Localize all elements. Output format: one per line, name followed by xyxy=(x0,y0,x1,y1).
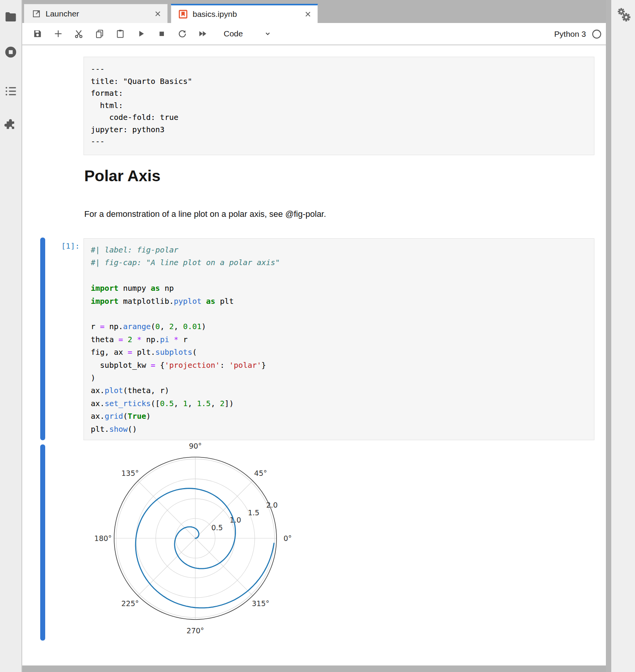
left-sidebar xyxy=(0,0,22,672)
gears-icon[interactable] xyxy=(614,7,633,27)
cell-type-dropdown[interactable]: Code xyxy=(224,29,272,38)
svg-text:270°: 270° xyxy=(187,626,204,635)
svg-text:225°: 225° xyxy=(121,599,139,608)
svg-text:2.0: 2.0 xyxy=(266,501,278,509)
kernel-indicator[interactable]: Python 3 xyxy=(554,23,602,45)
notebook-icon xyxy=(178,9,188,19)
output-cell-collapser[interactable] xyxy=(40,444,45,641)
raw-cell[interactable]: ---title: "Quarto Basics"format: html: c… xyxy=(83,57,594,155)
tab-launcher-label: Launcher xyxy=(46,9,151,18)
right-sidebar xyxy=(611,0,635,672)
cell-type-label: Code xyxy=(224,29,243,38)
svg-text:90°: 90° xyxy=(189,442,202,450)
svg-text:45°: 45° xyxy=(254,469,267,477)
polar-figure: 0°45°90°135°180°225°270°315°0.51.01.52.0 xyxy=(85,442,311,649)
kernel-status-idle-circle-icon xyxy=(591,29,602,39)
close-icon[interactable] xyxy=(304,10,312,18)
svg-text:315°: 315° xyxy=(252,599,270,608)
svg-text:0°: 0° xyxy=(283,534,292,543)
execution-count: [1]: xyxy=(56,241,80,251)
run-all-icon[interactable] xyxy=(198,29,208,39)
markdown-paragraph: For a demonstration of a line plot on a … xyxy=(84,209,326,219)
svg-text:1.0: 1.0 xyxy=(229,516,241,524)
window-right-border xyxy=(606,0,611,672)
notebook-content: ---title: "Quarto Basics"format: html: c… xyxy=(22,45,606,665)
tab-notebook[interactable]: basics.ipynb xyxy=(171,4,318,23)
svg-text:135°: 135° xyxy=(121,469,139,477)
paste-icon[interactable] xyxy=(115,29,125,39)
tab-launcher[interactable]: Launcher xyxy=(24,4,168,23)
notebook-toolbar: Code Python 3 xyxy=(22,23,606,45)
kernel-name: Python 3 xyxy=(554,30,586,39)
svg-text:0.5: 0.5 xyxy=(211,523,223,532)
save-icon[interactable] xyxy=(32,29,43,39)
code-editor[interactable]: #| label: fig-polar#| fig-cap: "A line p… xyxy=(91,244,587,436)
raw-editor[interactable]: ---title: "Quarto Basics"format: html: c… xyxy=(91,63,587,148)
copy-icon[interactable] xyxy=(94,29,105,39)
table-of-contents-icon[interactable] xyxy=(4,84,18,98)
add-cell-icon[interactable] xyxy=(53,29,63,39)
run-icon[interactable] xyxy=(136,29,146,39)
tab-notebook-label: basics.ipynb xyxy=(193,10,301,19)
folder-icon[interactable] xyxy=(4,10,18,24)
running-kernels-icon[interactable] xyxy=(4,45,18,59)
svg-text:180°: 180° xyxy=(94,534,112,543)
input-cell-collapser[interactable] xyxy=(40,238,45,440)
extensions-icon[interactable] xyxy=(4,118,18,132)
cell-output: 0°45°90°135°180°225°270°315°0.51.01.52.0 xyxy=(85,442,311,649)
svg-text:1.5: 1.5 xyxy=(248,508,259,517)
stop-icon[interactable] xyxy=(156,29,167,39)
chevron-down-icon xyxy=(263,30,272,38)
main-window: Launcher basics.ipynb xyxy=(22,0,606,672)
close-icon[interactable] xyxy=(154,10,162,18)
code-cell[interactable]: #| label: fig-polar#| fig-cap: "A line p… xyxy=(83,238,594,440)
cut-icon[interactable] xyxy=(74,29,84,39)
restart-kernel-icon[interactable] xyxy=(177,29,187,39)
launcher-icon xyxy=(32,9,41,18)
markdown-heading: Polar Axis xyxy=(84,167,160,185)
tab-bar: Launcher basics.ipynb xyxy=(22,0,606,23)
